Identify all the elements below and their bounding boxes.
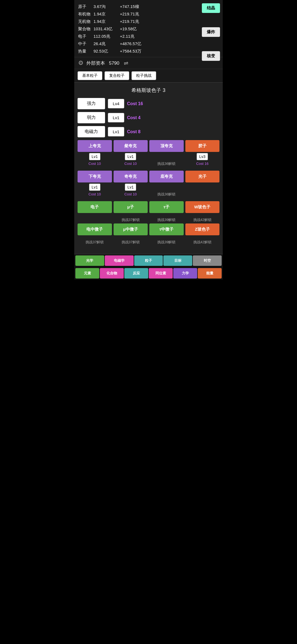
particle-group-3: 电子 μ子 τ子 W玻色子 [78,201,219,213]
nav-compound[interactable]: 化合物 [100,268,124,279]
em-force-cost: Cost 8 [127,129,141,134]
top-quark-button[interactable]: 顶夸克 [149,140,184,152]
gear-icon[interactable]: ⚙ [78,59,84,67]
tau-neutrino-cost: 挑战39解锁 [157,240,175,244]
tab-composite-particles[interactable]: 复合粒子 [105,71,129,80]
gluon-cost: Cost 16 [196,162,208,166]
weak-force-cost: Cost 4 [127,115,141,120]
bottom-quark-button[interactable]: 底夸克 [149,171,184,182]
nav-mechanics[interactable]: 力学 [173,268,197,279]
capital-value: 5790 [109,61,119,66]
strong-force-cost: Cost 16 [127,101,143,106]
strange-quark-cost: Cost 10 [124,192,137,196]
gluon-button[interactable]: 胶子 [185,140,220,152]
nav-energy[interactable]: 能量 [198,268,222,279]
charm-quark-button[interactable]: 粲夸克 [114,140,148,152]
tau-neutrino-prelabel: 挑战39解锁 [157,218,175,222]
z-boson-prelabel: 挑战42解锁 [193,218,211,222]
capital-label: 外部资本 [86,61,105,66]
nuclear-button[interactable]: 核变 [202,51,220,61]
nav-element[interactable]: 元素 [75,268,99,279]
up-quark-button[interactable]: 上夸克 [78,140,112,152]
charm-quark-level: Lv1 [125,153,136,160]
particle-group-1: 上夸克 粲夸克 顶夸克 胶子 Lv1 Lv1 Lv3 Cost 10 Cost … [78,140,219,166]
em-force-button[interactable]: 电磁力 [78,126,105,137]
nav-particle[interactable]: 粒子 [134,255,163,266]
tau-button[interactable]: τ子 [149,201,184,213]
gluon-level: Lv3 [197,153,208,160]
strong-force-button[interactable]: 强力 [78,98,105,109]
upgrade-row-strong: 强力 Lv4 Cost 16 [78,98,219,109]
mu-neutrino-button[interactable]: μ中微子 [114,223,148,235]
charm-quark-cost: Cost 10 [124,162,137,166]
nav-optics[interactable]: 光学 [75,255,104,266]
particle-group-4: 挑战37解锁 挑战39解锁 挑战42解锁 电中微子 μ中微子 τ中微子 Z玻色子… [78,217,219,245]
strange-quark-button[interactable]: 奇夸克 [114,171,148,182]
photon-button[interactable]: 光子 [185,171,220,182]
strong-force-level: Lv4 [108,99,124,108]
stat-electron: 电子 112.05兆 +2.11兆 [78,33,148,40]
down-quark-level: Lv1 [89,184,100,191]
up-quark-level: Lv1 [89,153,100,160]
electron-neutrino-button[interactable]: 电中微子 [78,223,112,235]
muon-button[interactable]: μ子 [114,201,148,213]
electron-button[interactable]: 电子 [78,201,112,213]
bottom-quark-locked: 挑战36解锁 [157,192,175,196]
explode-button[interactable]: 爆炸 [202,27,220,37]
stat-neutron: 中子 26.4兆 +4876.57亿 [78,40,148,47]
down-quark-button[interactable]: 下夸克 [78,171,112,182]
tab-bar: 基本粒子 复合粒子 粒子挑战 [74,69,223,83]
strange-quark-level: Lv1 [125,184,136,191]
stat-inorganic: 无机物 1.94京 +219.71兆 [78,18,148,25]
mu-neutrino-prelabel: 挑战37解锁 [122,218,140,222]
mu-neutrino-cost: 挑战37解锁 [122,240,140,244]
nav-electromagnetism[interactable]: 电磁学 [105,255,134,266]
tau-neutrino-button[interactable]: τ中微子 [149,223,184,235]
w-boson-button[interactable]: W玻色子 [185,201,220,213]
top-quark-locked: 挑战36解锁 [157,162,175,166]
shuffle-icon[interactable]: ⇌ [124,60,128,66]
down-quark-cost: Cost 10 [89,192,101,196]
stat-polymer: 聚合物 1031.43亿 +19.58亿 [78,26,148,32]
tab-particle-challenge[interactable]: 粒子挑战 [131,71,156,80]
bottom-nav-row-1: 光学 电磁学 粒子 目标 时空 [74,254,223,267]
stat-heat: 热量 92.53亿 +7584.53万 [78,48,148,55]
up-quark-cost: Cost 10 [89,162,101,166]
crystal-button[interactable]: 结晶 [202,3,220,13]
weak-force-level: Lv1 [108,113,124,122]
bottom-nav-row-2: 元素 化合物 反应 同位素 力学 能量 [74,267,223,280]
stat-organic: 有机物 1.94京 +219.71兆 [78,11,148,18]
upgrade-row-weak: 弱力 Lv1 Cost 4 [78,112,219,123]
nav-spacetime[interactable]: 时空 [193,255,222,266]
tab-basic-particles[interactable]: 基本粒子 [78,71,102,80]
nav-isotope[interactable]: 同位素 [149,268,173,279]
em-force-level: Lv1 [108,127,124,137]
nav-reaction[interactable]: 反应 [124,268,148,279]
z-boson-button[interactable]: Z玻色子 [185,223,220,235]
section-title: 希格斯玻色子 3 [78,86,219,95]
weak-force-button[interactable]: 弱力 [78,112,105,123]
upgrade-row-em: 电磁力 Lv1 Cost 8 [78,126,219,137]
elec-neutrino-cost: 挑战37解锁 [86,240,104,244]
z-boson-cost: 挑战42解锁 [193,240,211,244]
particle-group-2: 下夸克 奇夸克 底夸克 光子 Lv1 Lv1 Cost 10 Cost 10 挑… [78,171,219,197]
nav-target[interactable]: 目标 [163,255,192,266]
stat-atom: 原子 3.67沟 +747.15穰 [78,3,148,10]
